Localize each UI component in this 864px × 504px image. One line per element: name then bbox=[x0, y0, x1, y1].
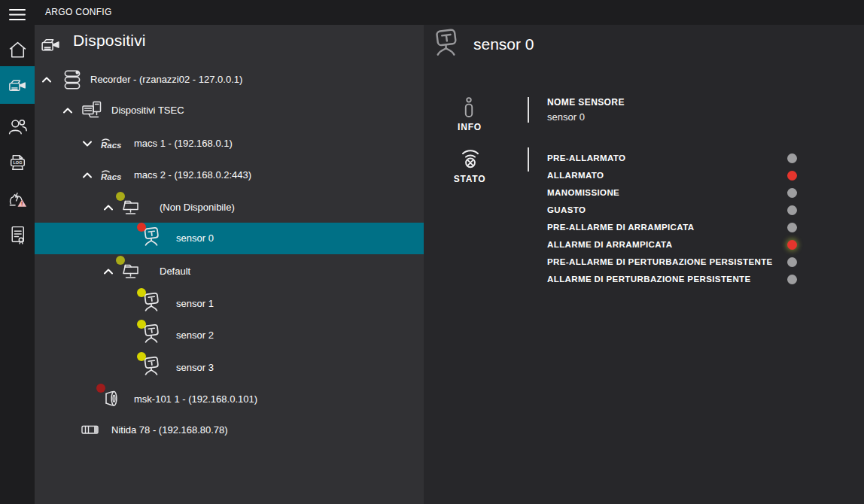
status-label: ALLARME DI ARRAMPICATA bbox=[547, 236, 826, 254]
video-camera-icon bbox=[39, 33, 62, 56]
section-divider bbox=[528, 97, 529, 123]
video-camera-icon bbox=[7, 74, 29, 96]
status-list: PRE-ALLARMATO ALLARMATO MANOMISSIONE GUA… bbox=[547, 150, 826, 288]
chevron-up-icon[interactable] bbox=[80, 168, 95, 183]
tree-row[interactable]: sensor 0 bbox=[35, 223, 424, 254]
computer-icon bbox=[80, 99, 104, 123]
tree-row[interactable]: Recorder - (rzanazzi02 - 127.0.0.1) bbox=[35, 64, 424, 96]
svg-text:Racs: Racs bbox=[101, 172, 122, 181]
tree-row-label: macs 2 - (192.168.0.2:443) bbox=[134, 159, 251, 191]
sidebar-item-devices[interactable] bbox=[0, 66, 35, 104]
sidebar-item-log[interactable]: LOG bbox=[0, 146, 35, 179]
status-badge bbox=[137, 320, 146, 329]
status-indicator-dot bbox=[787, 223, 797, 232]
status-indicator-dot bbox=[787, 188, 797, 198]
tree-row[interactable]: Dispositivi TSEC bbox=[35, 95, 424, 126]
detail-title: sensor 0 bbox=[473, 35, 534, 53]
info-icon bbox=[458, 96, 480, 123]
network-folder-icon bbox=[119, 260, 143, 284]
macs-logo-icon: Racs bbox=[99, 169, 126, 182]
tree-row-label: msk-101 1 - (192.168.0.101) bbox=[134, 384, 257, 415]
status-row: ALLARMATO bbox=[547, 167, 826, 184]
status-indicator-dot bbox=[787, 171, 797, 181]
chevron-up-icon[interactable] bbox=[101, 264, 116, 279]
status-label: PRE-ALLARMATO bbox=[547, 150, 826, 167]
sensor-detail-panel: sensor 0 INFO NOME SENSORE sensor 0 STAT… bbox=[424, 25, 864, 504]
tree-row[interactable]: Default bbox=[35, 256, 424, 287]
status-badge bbox=[137, 223, 146, 232]
sensor-icon bbox=[430, 28, 464, 62]
status-label: ALLARME DI PERTURBAZIONE PERSISTENTE bbox=[547, 271, 826, 288]
status-indicator-dot bbox=[787, 153, 797, 163]
chevron-up-icon[interactable] bbox=[39, 72, 54, 87]
tree-row-label: sensor 2 bbox=[176, 320, 214, 351]
status-badge bbox=[116, 256, 125, 265]
users-icon bbox=[7, 116, 29, 138]
svg-text:!: ! bbox=[21, 200, 23, 207]
tree-row[interactable]: msk-101 1 - (192.168.0.101) bbox=[35, 384, 424, 415]
page-title: Dispositivi bbox=[73, 32, 146, 50]
devices-tree-panel: Dispositivi Recorder - (rzanazzi02 - 127… bbox=[35, 25, 424, 504]
status-indicator-dot bbox=[787, 240, 797, 250]
hamburger-menu-button[interactable] bbox=[0, 2, 35, 26]
tree-row-label: macs 1 - (192.168.0.1) bbox=[134, 128, 233, 159]
tree-row-label: (Non Disponibile) bbox=[160, 192, 235, 223]
tree-row-label: Default bbox=[160, 256, 190, 287]
no-signal-icon bbox=[457, 144, 484, 172]
status-row: MANOMISSIONE bbox=[547, 184, 826, 202]
sidebar-item-users[interactable] bbox=[0, 110, 35, 143]
status-label: GUASTO bbox=[547, 202, 826, 219]
status-indicator-dot bbox=[787, 257, 797, 267]
status-row: PRE-ALLARME DI PERTURBAZIONE PERSISTENTE bbox=[547, 254, 826, 271]
status-indicator-dot bbox=[787, 275, 797, 284]
tree-row[interactable]: sensor 3 bbox=[35, 352, 424, 384]
tree-row-label: Nitida 78 - (192.168.80.78) bbox=[111, 414, 228, 446]
status-badge bbox=[116, 192, 125, 201]
chevron-up-icon[interactable] bbox=[60, 103, 75, 118]
sidebar-item-home[interactable] bbox=[0, 33, 35, 66]
status-row: PRE-ALLARMATO bbox=[547, 150, 826, 167]
status-label: PRE-ALLARME DI ARRAMPICATA bbox=[547, 219, 826, 236]
status-row: GUASTO bbox=[547, 202, 826, 219]
status-row: ALLARME DI ARRAMPICATA bbox=[547, 236, 826, 254]
info-fields: NOME SENSORE sensor 0 bbox=[547, 97, 625, 123]
stato-section-label: STATO bbox=[436, 174, 503, 184]
status-label: ALLARMATO bbox=[547, 167, 826, 184]
svg-text:LOG: LOG bbox=[13, 160, 22, 165]
tree-row[interactable]: Nitida 78 - (192.168.80.78) bbox=[35, 414, 424, 446]
tree-row[interactable]: sensor 2 bbox=[35, 320, 424, 351]
field-name: NOME SENSORE bbox=[547, 97, 625, 108]
sensor-icon bbox=[140, 292, 164, 316]
status-badge bbox=[96, 384, 105, 393]
sensor-icon bbox=[140, 323, 164, 348]
tree-row-label: sensor 3 bbox=[176, 352, 214, 384]
tree-row-label: sensor 1 bbox=[176, 288, 214, 320]
tree-row-label: sensor 0 bbox=[176, 223, 214, 254]
info-section-label: INFO bbox=[436, 122, 503, 132]
home-icon bbox=[7, 39, 29, 61]
nitida-camera-icon bbox=[80, 424, 102, 437]
title-bar: ARGO CONFIG bbox=[0, 0, 864, 25]
svg-text:Racs: Racs bbox=[101, 141, 122, 150]
sidebar-item-alerts[interactable]: ! bbox=[0, 182, 35, 217]
status-row: PRE-ALLARME DI ARRAMPICATA bbox=[547, 219, 826, 236]
sensor-icon bbox=[140, 356, 164, 380]
recorder-icon bbox=[60, 68, 84, 92]
chevron-down-icon[interactable] bbox=[80, 136, 95, 151]
sidebar-nav: LOG! bbox=[0, 0, 35, 504]
tree-row-label: Recorder - (rzanazzi02 - 127.0.0.1) bbox=[90, 64, 242, 96]
status-badge bbox=[137, 352, 146, 361]
info-field: NOME SENSORE sensor 0 bbox=[547, 97, 625, 123]
tree-row[interactable]: Racsmacs 2 - (192.168.0.2:443) bbox=[35, 159, 424, 191]
status-label: MANOMISSIONE bbox=[547, 184, 826, 202]
alert-icon: ! bbox=[7, 189, 29, 211]
tree-row[interactable]: sensor 1 bbox=[35, 288, 424, 320]
tree-row[interactable]: Racsmacs 1 - (192.168.0.1) bbox=[35, 128, 424, 159]
status-row: ALLARME DI PERTURBAZIONE PERSISTENTE bbox=[547, 271, 826, 288]
tree-row[interactable]: (Non Disponibile) bbox=[35, 192, 424, 223]
chevron-up-icon[interactable] bbox=[101, 200, 116, 215]
sidebar-item-reports[interactable] bbox=[0, 218, 35, 251]
app-title: ARGO CONFIG bbox=[45, 0, 112, 25]
macs-logo-icon: Racs bbox=[99, 138, 126, 150]
status-indicator-dot bbox=[787, 205, 797, 215]
